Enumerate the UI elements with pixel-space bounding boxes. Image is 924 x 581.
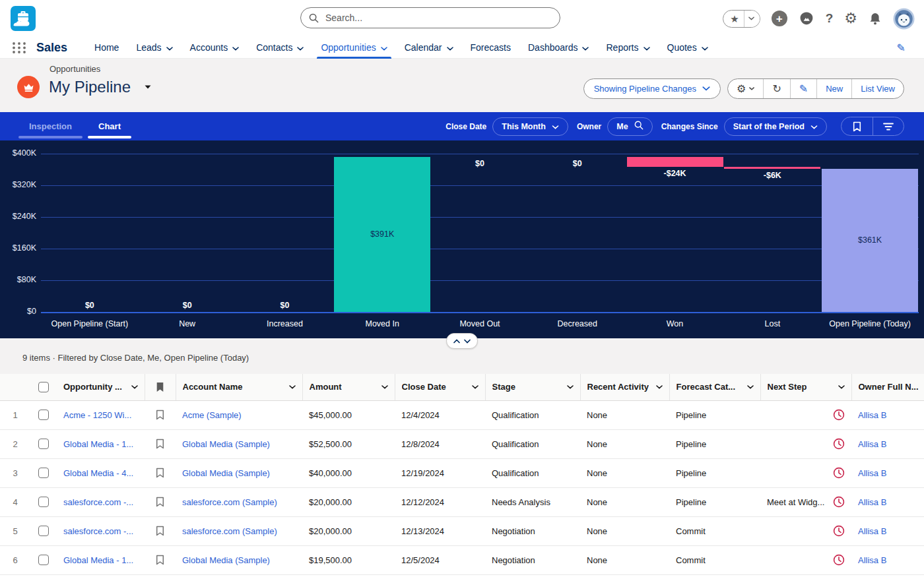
nav-tab-quotes[interactable]: Quotes [659, 37, 717, 58]
nav-tab-home[interactable]: Home [86, 37, 127, 58]
link-owner[interactable]: Allisa B [858, 497, 886, 507]
link-name[interactable]: Acme - 1250 Wi... [63, 410, 131, 420]
search-input[interactable] [324, 12, 552, 24]
row-checkbox[interactable] [38, 497, 49, 507]
nav-tab-reports[interactable]: Reports [597, 37, 658, 58]
chevron-down-icon[interactable] [567, 385, 574, 389]
chevron-down-icon[interactable] [381, 42, 387, 53]
row-checkbox[interactable] [38, 526, 49, 536]
nav-tab-forecasts[interactable]: Forecasts [462, 37, 519, 58]
column-header-recent_activity[interactable]: Recent Activity [580, 374, 669, 400]
user-menu-button[interactable] [893, 8, 915, 30]
link-owner[interactable]: Allisa B [858, 555, 886, 565]
edit-button[interactable]: ✎ [790, 79, 816, 98]
toolbar-tab-inspection[interactable]: Inspection [16, 112, 85, 140]
link-account[interactable]: Global Media (Sample) [182, 468, 270, 478]
bookmark-outline-icon[interactable] [145, 410, 176, 420]
column-header-stage[interactable]: Stage [485, 374, 580, 400]
link-name[interactable]: Global Media - 1... [63, 555, 133, 565]
column-header-forecast_category[interactable]: Forecast Cat... [669, 374, 760, 400]
chevron-down-icon[interactable] [747, 385, 754, 389]
column-header-amount[interactable]: Amount [302, 374, 395, 400]
column-header-num[interactable] [0, 374, 30, 400]
filter-value-close-date[interactable]: This Month [492, 117, 568, 136]
column-header-name[interactable]: Opportunity ... [57, 374, 145, 400]
notifications-button[interactable] [869, 12, 882, 26]
app-name[interactable]: Sales [36, 41, 67, 55]
nav-tab-opportunities[interactable]: Opportunities [312, 37, 395, 58]
row-checkbox[interactable] [38, 439, 49, 449]
chevron-down-icon[interactable] [656, 385, 663, 389]
activity-clock-icon[interactable] [833, 409, 845, 421]
filter-value-owner[interactable]: Me [607, 117, 652, 136]
chevron-down-icon[interactable] [166, 42, 173, 53]
link-account[interactable]: salesforce.com (Sample) [182, 526, 277, 536]
activity-clock-icon[interactable] [833, 438, 845, 450]
link-owner[interactable]: Allisa B [858, 468, 886, 478]
activity-clock-icon[interactable] [833, 525, 845, 537]
link-owner[interactable]: Allisa B [858, 410, 886, 420]
nav-tab-leads[interactable]: Leads [127, 37, 181, 58]
save-chart-bookmark-button[interactable] [842, 117, 873, 135]
nav-tab-accounts[interactable]: Accounts [182, 37, 248, 58]
chevron-down-icon[interactable] [381, 385, 388, 389]
link-account[interactable]: Acme (Sample) [182, 410, 242, 420]
link-name[interactable]: salesforce.com -... [63, 497, 133, 507]
column-header-checkbox[interactable] [30, 374, 57, 400]
link-name[interactable]: Global Media - 1... [63, 439, 133, 449]
activity-clock-icon[interactable] [833, 496, 845, 508]
chart-collapse-toggle[interactable] [446, 333, 478, 349]
link-account[interactable]: Global Media (Sample) [182, 439, 270, 449]
chart-bar-won[interactable] [627, 157, 723, 166]
edit-nav-pencil-icon[interactable]: ✎ [893, 41, 909, 55]
chevron-down-icon[interactable] [702, 42, 708, 53]
link-name[interactable]: salesforce.com -... [63, 526, 133, 536]
pipeline-changes-selector[interactable]: Showing Pipeline Changes [583, 78, 721, 99]
list-view-selector-caret[interactable] [144, 84, 152, 90]
activity-clock-icon[interactable] [833, 467, 845, 479]
setup-button[interactable]: ⚙ [844, 11, 857, 26]
column-header-flag[interactable] [145, 374, 176, 400]
bookmark-outline-icon[interactable] [145, 526, 176, 536]
chevron-down-icon[interactable] [838, 385, 845, 389]
nav-tab-contacts[interactable]: Contacts [248, 37, 312, 58]
activity-clock-icon[interactable] [833, 554, 845, 566]
column-header-account[interactable]: Account Name [176, 374, 302, 400]
link-account[interactable]: salesforce.com (Sample) [182, 497, 277, 507]
column-header-close_date[interactable]: Close Date [395, 374, 485, 400]
column-header-owner[interactable]: Owner Full N... [851, 374, 924, 400]
filter-value-changes-since[interactable]: Start of the Period [724, 117, 827, 136]
nav-tab-calendar[interactable]: Calendar [396, 37, 462, 58]
link-owner[interactable]: Allisa B [858, 439, 886, 449]
bookmark-outline-icon[interactable] [145, 497, 176, 507]
chevron-down-icon[interactable] [131, 385, 138, 389]
refresh-button[interactable]: ↻ [763, 79, 789, 98]
bookmark-outline-icon[interactable] [145, 468, 176, 478]
bookmark-outline-icon[interactable] [145, 555, 176, 565]
favorites-menu-button[interactable] [744, 11, 760, 27]
link-name[interactable]: Global Media - 4... [63, 468, 133, 478]
chevron-down-icon[interactable] [297, 42, 304, 53]
help-button[interactable]: ? [826, 11, 834, 26]
list-view-button[interactable]: List View [851, 79, 904, 98]
chevron-down-icon[interactable] [289, 385, 296, 389]
chart-bar-lost[interactable] [724, 167, 820, 169]
nav-tab-dashboards[interactable]: Dashboards [519, 37, 598, 58]
bookmark-outline-icon[interactable] [145, 439, 176, 449]
link-account[interactable]: Global Media (Sample) [182, 555, 270, 565]
favorites-button[interactable]: ★ [723, 10, 760, 28]
chevron-down-icon[interactable] [472, 385, 478, 389]
trailhead-button[interactable] [799, 11, 814, 26]
chevron-down-icon[interactable] [232, 42, 239, 53]
app-launcher-button[interactable] [11, 39, 28, 56]
chevron-down-icon[interactable] [582, 42, 589, 53]
chevron-down-icon[interactable] [447, 42, 453, 53]
new-button[interactable]: New [816, 79, 851, 98]
column-header-next_step[interactable]: Next Step [760, 374, 851, 400]
chart-filter-button[interactable] [873, 117, 904, 135]
toolbar-tab-chart[interactable]: Chart [85, 112, 134, 140]
global-actions-button[interactable]: + [772, 11, 787, 26]
select-all-checkbox[interactable] [38, 382, 49, 392]
row-checkbox[interactable] [38, 410, 49, 420]
salesforce-logo[interactable] [11, 6, 36, 31]
